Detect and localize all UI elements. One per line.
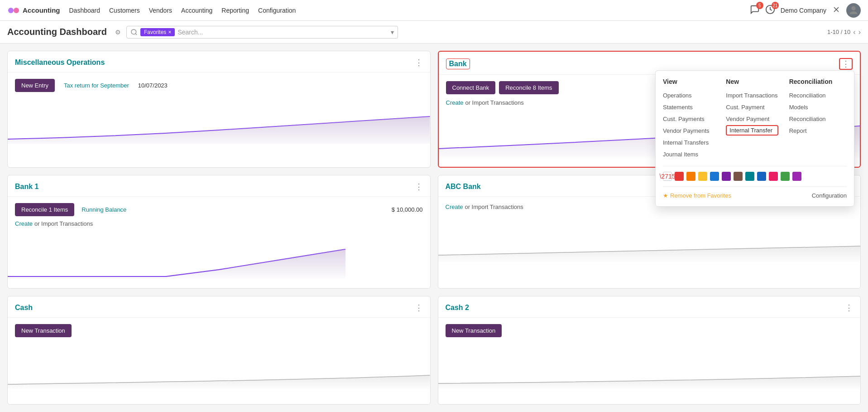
color-purple-swatch[interactable] [722,172,731,181]
app-name: Accounting [23,6,60,14]
bank1-card-menu-icon[interactable]: ⋮ [415,182,423,192]
company-name[interactable]: Demo Company [781,7,826,14]
color-darkblue-swatch[interactable] [757,172,766,181]
dropdown-import-transactions[interactable]: Import Transactions [726,90,778,102]
abc-or-text: or Import [465,204,489,210]
bank-card-menu-icon[interactable]: ⋮ [839,58,853,70]
misc-card-title[interactable]: Miscellaneous Operations [15,58,105,67]
color-brown-swatch[interactable] [734,172,743,181]
star-icon: ★ [663,192,668,199]
settings-gear-icon[interactable]: ⚙ [115,29,121,36]
reconcile-8-button[interactable]: Reconcile 8 Items [499,81,558,94]
activities-count: 21 [772,2,779,9]
odoo-logo-icon [7,4,20,17]
prev-page-arrow[interactable]: ‹ [853,28,855,36]
misc-card-body: New Entry Tax return for September 10/07… [8,73,430,98]
pagination: 1-10 / 10 ‹ › [827,28,861,36]
search-input[interactable]: Search... [177,29,388,36]
dropdown-reconciliation-models[interactable]: Reconciliation Models [789,90,841,113]
dropdown-reconciliation-report[interactable]: Reconciliation Report [789,113,841,137]
color-swatches [663,172,847,181]
messages-badge[interactable]: 5 [750,5,760,16]
search-bar[interactable]: Favorites × Search... ▾ [126,26,398,39]
dropdown-vendor-payments[interactable]: Vendor Payments [663,125,715,137]
abc-transactions-text: Transactions [490,204,523,210]
bank1-create-row: Create or Import Transactions [15,220,423,227]
nav-links: Dashboard Customers Vendors Accounting R… [69,7,296,14]
bank1-card-title[interactable]: Bank 1 [15,183,38,191]
dropdown-statements[interactable]: Statements [663,102,715,113]
abc-bank-title[interactable]: ABC Bank [446,183,481,191]
view-col-title: View [663,78,715,85]
bank1-create-link[interactable]: Create [15,220,33,227]
cash-card-header: Cash ⋮ [8,296,430,318]
bank-context-dropdown: View Operations Statements Cust. Payment… [655,70,854,207]
cash2-card-body: New Transaction [438,318,861,344]
page-title: Accounting Dashboard [7,27,107,37]
bank-transactions-text: Transactions [490,99,524,106]
reconciliation-column: Reconciliation Reconciliation Models Rec… [784,78,847,160]
color-pink-swatch[interactable] [769,172,778,181]
avatar-icon [847,4,860,17]
cash2-menu-icon[interactable]: ⋮ [845,303,853,313]
app-logo[interactable]: Accounting [7,4,60,17]
search-dropdown-arrow[interactable]: ▾ [391,29,394,36]
new-col-title: New [726,78,778,85]
bank-title-box: Bank [446,58,470,69]
bank-card-title[interactable]: Bank [449,60,467,68]
configuration-link[interactable]: Configuration [812,192,847,199]
cash2-card: Cash 2 ⋮ New Transaction [438,296,861,405]
svg-point-1 [14,8,19,13]
color-orange-swatch[interactable] [686,172,695,181]
nav-accounting[interactable]: Accounting [181,7,212,14]
next-page-arrow[interactable]: › [858,28,861,36]
cash-title[interactable]: Cash [15,304,33,312]
color-blue-swatch[interactable] [710,172,719,181]
remove-favorites-button[interactable]: ★ Remove from Favorites [663,192,731,199]
dropdown-operations[interactable]: Operations [663,90,715,102]
color-clear-swatch[interactable] [663,172,672,181]
nav-configuration[interactable]: Configuration [258,7,296,14]
misc-card-menu-icon[interactable]: ⋮ [415,58,423,68]
cash-card-body: New Transaction [8,318,430,344]
dropdown-vendor-payment[interactable]: Vendor Payment [726,113,778,125]
cash2-card-header: Cash 2 ⋮ [438,296,861,318]
messages-count: 5 [756,2,763,9]
dropdown-internal-transfer[interactable]: Internal Transfer [726,125,778,136]
cash-new-transaction-button[interactable]: New Transaction [15,324,72,337]
new-entry-button[interactable]: New Entry [15,79,55,92]
user-avatar[interactable] [846,3,861,18]
misc-card-header: Miscellaneous Operations ⋮ [8,51,430,73]
reconcile-1-button[interactable]: Reconcile 1 Items [15,203,74,216]
cash2-new-transaction-button[interactable]: New Transaction [446,324,502,337]
color-red-swatch[interactable] [675,172,684,181]
dropdown-internal-transfers[interactable]: Internal Transfers [663,137,715,149]
running-balance-label: Running Balance [82,206,126,213]
dropdown-divider-2 [663,186,847,187]
abc-create-link[interactable]: Create [446,204,463,210]
color-teal-swatch[interactable] [745,172,754,181]
nav-vendors[interactable]: Vendors [149,7,172,14]
dropdown-cust-payment[interactable]: Cust. Payment [726,102,778,113]
connect-bank-button[interactable]: Connect Bank [446,81,496,94]
bank1-card: Bank 1 ⋮ Reconcile 1 Items Running Balan… [7,175,431,288]
settings-icon[interactable] [832,5,841,15]
color-green-swatch[interactable] [781,172,790,181]
nav-reporting[interactable]: Reporting [221,7,249,14]
color-yellow-swatch[interactable] [698,172,707,181]
filter-favorites-tag[interactable]: Favorites × [140,28,175,36]
nav-dashboard[interactable]: Dashboard [69,7,101,14]
dropdown-journal-items[interactable]: Journal Items [663,149,715,160]
cash2-title[interactable]: Cash 2 [446,304,469,312]
dropdown-cust-payments[interactable]: Cust. Payments [663,113,715,125]
cash-menu-icon[interactable]: ⋮ [415,303,423,313]
activities-badge[interactable]: 21 [765,5,775,16]
filter-remove-icon[interactable]: × [168,29,171,35]
running-balance-amount: $ 10,000.00 [392,206,423,213]
color-violet-swatch[interactable] [792,172,801,181]
bank-or-text: or Import [465,99,490,106]
bank-create-link[interactable]: Create [446,99,464,106]
tax-return-link[interactable]: Tax return for September [64,82,129,89]
nav-customers[interactable]: Customers [109,7,140,14]
bank1-transactions-text: Transactions [59,220,93,227]
